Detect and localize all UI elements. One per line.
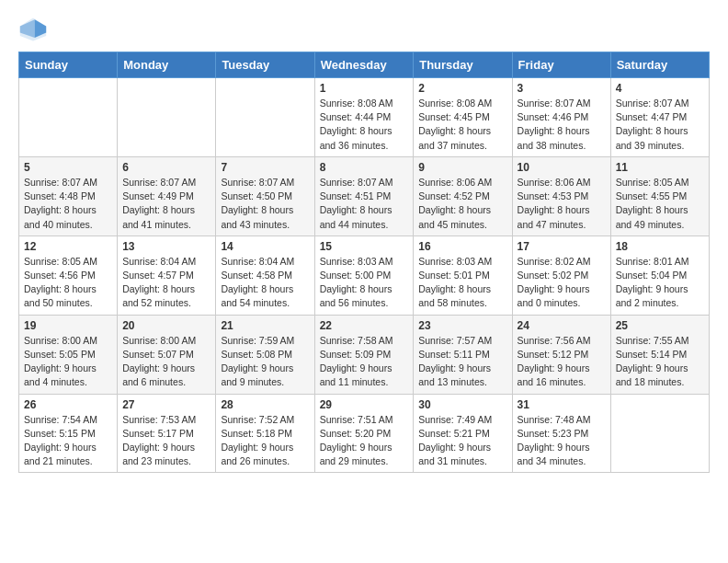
day-number: 3 (518, 82, 606, 95)
day-number: 5 (24, 161, 112, 174)
day-number: 29 (320, 398, 409, 411)
calendar-week-4: 19Sunrise: 8:00 AM Sunset: 5:05 PM Dayli… (19, 315, 710, 394)
calendar-cell: 1Sunrise: 8:08 AM Sunset: 4:44 PM Daylig… (314, 78, 414, 157)
weekday-sunday: Sunday (19, 52, 118, 78)
calendar-cell: 24Sunrise: 7:56 AM Sunset: 5:12 PM Dayli… (512, 315, 610, 394)
calendar-body: 1Sunrise: 8:08 AM Sunset: 4:44 PM Daylig… (19, 78, 710, 473)
day-info: Sunrise: 8:07 AM Sunset: 4:46 PM Dayligh… (518, 97, 606, 153)
day-number: 8 (320, 161, 409, 174)
day-info: Sunrise: 8:05 AM Sunset: 4:55 PM Dayligh… (616, 176, 704, 232)
day-info: Sunrise: 8:07 AM Sunset: 4:48 PM Dayligh… (24, 176, 112, 232)
day-number: 11 (616, 161, 704, 174)
day-info: Sunrise: 8:01 AM Sunset: 5:04 PM Dayligh… (616, 255, 704, 311)
calendar-cell: 30Sunrise: 7:49 AM Sunset: 5:21 PM Dayli… (414, 394, 512, 473)
day-info: Sunrise: 7:56 AM Sunset: 5:12 PM Dayligh… (518, 334, 606, 390)
day-number: 20 (122, 319, 210, 332)
day-number: 14 (221, 240, 309, 253)
calendar-cell: 16Sunrise: 8:03 AM Sunset: 5:01 PM Dayli… (414, 236, 512, 315)
day-info: Sunrise: 7:59 AM Sunset: 5:08 PM Dayligh… (221, 334, 309, 390)
calendar-cell: 17Sunrise: 8:02 AM Sunset: 5:02 PM Dayli… (512, 236, 610, 315)
day-info: Sunrise: 8:06 AM Sunset: 4:53 PM Dayligh… (518, 176, 606, 232)
day-number: 10 (518, 161, 606, 174)
weekday-friday: Friday (512, 52, 610, 78)
day-number: 23 (418, 319, 506, 332)
day-number: 15 (320, 240, 409, 253)
calendar-cell: 6Sunrise: 8:07 AM Sunset: 4:49 PM Daylig… (118, 156, 216, 236)
calendar-cell: 8Sunrise: 8:07 AM Sunset: 4:51 PM Daylig… (314, 156, 414, 236)
calendar-cell: 2Sunrise: 8:08 AM Sunset: 4:45 PM Daylig… (414, 78, 512, 157)
calendar-cell: 27Sunrise: 7:53 AM Sunset: 5:17 PM Dayli… (118, 394, 216, 473)
calendar-week-1: 1Sunrise: 8:08 AM Sunset: 4:44 PM Daylig… (19, 78, 710, 157)
calendar-cell: 4Sunrise: 8:07 AM Sunset: 4:47 PM Daylig… (610, 78, 709, 157)
calendar-cell: 31Sunrise: 7:48 AM Sunset: 5:23 PM Dayli… (512, 394, 610, 473)
day-number: 24 (518, 319, 606, 332)
calendar-week-3: 12Sunrise: 8:05 AM Sunset: 4:56 PM Dayli… (19, 236, 710, 315)
day-info: Sunrise: 8:04 AM Sunset: 4:57 PM Dayligh… (122, 255, 210, 311)
day-number: 13 (122, 240, 210, 253)
day-number: 18 (616, 240, 704, 253)
day-info: Sunrise: 8:07 AM Sunset: 4:49 PM Dayligh… (122, 176, 210, 232)
day-info: Sunrise: 7:53 AM Sunset: 5:17 PM Dayligh… (122, 413, 210, 469)
day-number: 26 (24, 398, 112, 411)
calendar-cell: 19Sunrise: 8:00 AM Sunset: 5:05 PM Dayli… (19, 315, 118, 394)
weekday-tuesday: Tuesday (216, 52, 314, 78)
day-number: 9 (418, 161, 506, 174)
day-number: 30 (418, 398, 506, 411)
day-info: Sunrise: 8:08 AM Sunset: 4:44 PM Dayligh… (320, 97, 409, 153)
calendar-cell (610, 394, 709, 473)
calendar-cell: 13Sunrise: 8:04 AM Sunset: 4:57 PM Dayli… (118, 236, 216, 315)
weekday-wednesday: Wednesday (314, 52, 414, 78)
day-info: Sunrise: 8:03 AM Sunset: 5:00 PM Dayligh… (320, 255, 409, 311)
day-info: Sunrise: 8:07 AM Sunset: 4:51 PM Dayligh… (320, 176, 409, 232)
day-info: Sunrise: 8:07 AM Sunset: 4:50 PM Dayligh… (221, 176, 309, 232)
day-info: Sunrise: 7:55 AM Sunset: 5:14 PM Dayligh… (616, 334, 704, 390)
calendar-cell: 21Sunrise: 7:59 AM Sunset: 5:08 PM Dayli… (216, 315, 314, 394)
weekday-header-row: SundayMondayTuesdayWednesdayThursdayFrid… (19, 52, 710, 78)
day-number: 12 (24, 240, 112, 253)
calendar-cell: 9Sunrise: 8:06 AM Sunset: 4:52 PM Daylig… (414, 156, 512, 236)
logo-icon (18, 15, 48, 44)
day-info: Sunrise: 7:52 AM Sunset: 5:18 PM Dayligh… (221, 413, 309, 469)
calendar-cell: 15Sunrise: 8:03 AM Sunset: 5:00 PM Dayli… (314, 236, 414, 315)
day-info: Sunrise: 8:04 AM Sunset: 4:58 PM Dayligh… (221, 255, 309, 311)
day-info: Sunrise: 7:49 AM Sunset: 5:21 PM Dayligh… (418, 413, 506, 469)
calendar-cell: 3Sunrise: 8:07 AM Sunset: 4:46 PM Daylig… (512, 78, 610, 157)
calendar-cell: 14Sunrise: 8:04 AM Sunset: 4:58 PM Dayli… (216, 236, 314, 315)
weekday-saturday: Saturday (610, 52, 709, 78)
weekday-monday: Monday (118, 52, 216, 78)
weekday-thursday: Thursday (414, 52, 512, 78)
day-info: Sunrise: 7:54 AM Sunset: 5:15 PM Dayligh… (24, 413, 112, 469)
day-info: Sunrise: 8:00 AM Sunset: 5:07 PM Dayligh… (122, 334, 210, 390)
calendar-cell: 29Sunrise: 7:51 AM Sunset: 5:20 PM Dayli… (314, 394, 414, 473)
calendar-cell: 11Sunrise: 8:05 AM Sunset: 4:55 PM Dayli… (610, 156, 709, 236)
day-number: 2 (418, 82, 506, 95)
calendar-cell: 12Sunrise: 8:05 AM Sunset: 4:56 PM Dayli… (19, 236, 118, 315)
day-number: 19 (24, 319, 112, 332)
day-number: 6 (122, 161, 210, 174)
page-header (18, 15, 710, 44)
day-number: 31 (518, 398, 606, 411)
calendar-cell: 7Sunrise: 8:07 AM Sunset: 4:50 PM Daylig… (216, 156, 314, 236)
day-info: Sunrise: 7:57 AM Sunset: 5:11 PM Dayligh… (418, 334, 506, 390)
day-info: Sunrise: 8:07 AM Sunset: 4:47 PM Dayligh… (616, 97, 704, 153)
logo (18, 15, 51, 44)
day-number: 25 (616, 319, 704, 332)
calendar-cell: 18Sunrise: 8:01 AM Sunset: 5:04 PM Dayli… (610, 236, 709, 315)
day-number: 22 (320, 319, 409, 332)
calendar-cell (118, 78, 216, 157)
day-number: 16 (418, 240, 506, 253)
day-info: Sunrise: 8:08 AM Sunset: 4:45 PM Dayligh… (418, 97, 506, 153)
day-number: 7 (221, 161, 309, 174)
day-info: Sunrise: 8:05 AM Sunset: 4:56 PM Dayligh… (24, 255, 112, 311)
calendar-cell (216, 78, 314, 157)
calendar-cell: 20Sunrise: 8:00 AM Sunset: 5:07 PM Dayli… (118, 315, 216, 394)
day-info: Sunrise: 8:03 AM Sunset: 5:01 PM Dayligh… (418, 255, 506, 311)
calendar-cell: 25Sunrise: 7:55 AM Sunset: 5:14 PM Dayli… (610, 315, 709, 394)
day-number: 17 (518, 240, 606, 253)
calendar-cell (19, 78, 118, 157)
calendar-week-2: 5Sunrise: 8:07 AM Sunset: 4:48 PM Daylig… (19, 156, 710, 236)
calendar-cell: 28Sunrise: 7:52 AM Sunset: 5:18 PM Dayli… (216, 394, 314, 473)
day-number: 4 (616, 82, 704, 95)
day-number: 28 (221, 398, 309, 411)
calendar-cell: 23Sunrise: 7:57 AM Sunset: 5:11 PM Dayli… (414, 315, 512, 394)
